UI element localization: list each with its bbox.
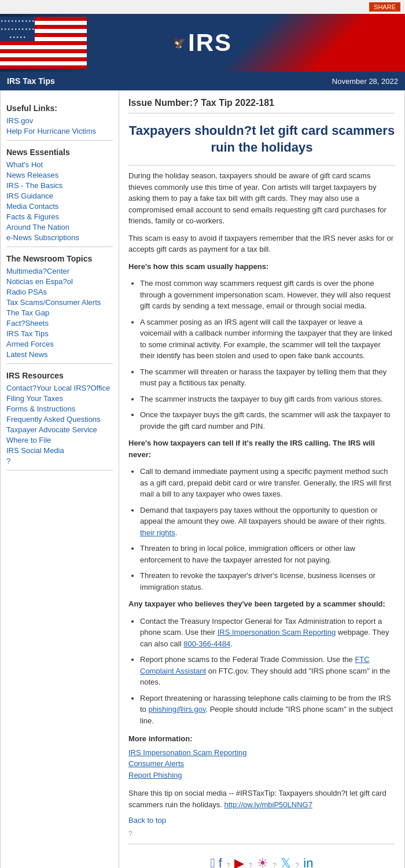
newsroom-topics-title: The Newsroom Topics (6, 254, 113, 263)
sidebar-divider-3 (6, 363, 113, 364)
content-divider-1 (128, 113, 395, 113)
sidebar-social-media[interactable]: IRS Social Media (6, 446, 113, 455)
sidebar-irs-tax-tips[interactable]: IRS Tax Tips (6, 329, 113, 338)
their-rights-link[interactable]: their rights (140, 528, 175, 537)
article-title: Taxpayers shouldn?t let gift card scamme… (128, 123, 395, 156)
never-bullets: Call to demand immediate payment using a… (140, 466, 395, 593)
flag-canton: ★★★★★ ★★★★★ ★★★★★ ★★★★★ ★★★★★ (0, 17, 35, 41)
irs-logo-text: IRS (188, 29, 232, 57)
facebook-icon[interactable]:  f (211, 856, 222, 868)
sidebar-facts-figures[interactable]: Facts & Figures (6, 212, 113, 221)
sidebar-forms[interactable]: Forms & Instructions (6, 404, 113, 413)
useful-links-title: Useful Links: (6, 104, 113, 113)
flag-decoration: ★★★★★ ★★★★★ ★★★★★ ★★★★★ ★★★★★ (0, 14, 93, 72)
sidebar-tax-scams[interactable]: Tax Scams/Consumer Alerts (6, 298, 113, 307)
sidebar-divider-4 (6, 470, 113, 470)
news-essentials-title: News Essentials (6, 148, 113, 157)
sidebar-noticias[interactable]: Noticias en Espa?ol (6, 277, 113, 286)
header: ★★★★★ ★★★★★ ★★★★★ ★★★★★ ★★★★★ 🦅 IRS (0, 14, 405, 72)
irs-resources-title: IRS Resources (6, 371, 113, 380)
more-info-label: More information: (128, 733, 395, 745)
never-bullet-2: Demand that taxpayers pay taxes without … (140, 505, 395, 539)
more-info-link-1[interactable]: IRS Impersonation Scam Reporting (128, 748, 246, 757)
social-q1: ? (226, 862, 230, 868)
title-bar-left: IRS Tax Tips (7, 76, 55, 86)
sidebar-tax-gap[interactable]: The Tax Gap (6, 308, 113, 317)
sidebar: Useful Links: IRS.gov Help For Hurricane… (1, 91, 119, 868)
sidebar-multimedia[interactable]: Multimedia?Center (6, 267, 113, 275)
scam-bullet-3: The scammer will threaten or harass the … (140, 366, 395, 389)
share-text: Share this tip on social media -- #IRSTa… (128, 788, 395, 810)
scam-bullets: The most common way scammers request gif… (140, 278, 395, 432)
social-bar:  f ? ▶ ? ☀ ? 𝕏 ? in (128, 849, 395, 868)
how-it-happens-label: Here's how this scam usually happens: (128, 261, 395, 273)
social-q4: ? (296, 862, 299, 868)
irs-logo: 🦅 IRS (173, 29, 232, 57)
sidebar-news-releases[interactable]: News Releases (6, 171, 113, 179)
action-bullet-3: Report threatening or harassing telephon… (140, 693, 395, 727)
sidebar-question-mark[interactable]: ? (6, 457, 113, 465)
content-divider-2 (128, 165, 395, 165)
share-bar: SHARE (0, 0, 405, 14)
question-mark-placeholder: ? (128, 829, 395, 839)
never-bullet-1: Call to demand immediate payment using a… (140, 466, 395, 500)
sidebar-media-contacts[interactable]: Media Contacts (6, 202, 113, 211)
title-bar: IRS Tax Tips November 28, 2022 (0, 72, 405, 90)
flag-stripes: ★★★★★ ★★★★★ ★★★★★ ★★★★★ ★★★★★ (0, 17, 87, 69)
instagram-icon[interactable]: ☀ (257, 856, 268, 868)
title-bar-date: November 28, 2022 (332, 77, 398, 86)
sidebar-radio-psas[interactable]: Radio PSAs (6, 288, 113, 296)
action-bullet-2: Report phone scams to the Federal Trade … (140, 654, 395, 688)
sidebar-latest-news[interactable]: Latest News (6, 350, 113, 359)
sidebar-armed-forces[interactable]: Armed Forces (6, 340, 113, 348)
phone-link[interactable]: 800-366-4484 (183, 639, 230, 648)
scam-bullet-1: The most common way scammers request gif… (140, 278, 395, 312)
sidebar-fact-sheets[interactable]: Fact?Sheets (6, 319, 113, 328)
share-button[interactable]: SHARE (369, 2, 400, 12)
content-divider-3 (128, 844, 395, 844)
sidebar-enews[interactable]: e-News Subscriptions (6, 233, 113, 242)
sidebar-faq[interactable]: Frequently Asked Questions (6, 415, 113, 424)
issue-number: Issue Number:? Tax Tip 2022-181 (128, 98, 395, 108)
scam-bullet-2: A scammer posing as an IRS agent will ca… (140, 317, 395, 362)
sidebar-whats-hot[interactable]: What's Hot (6, 160, 113, 169)
action-bullets: Contact the Treasury Inspector General f… (140, 616, 395, 727)
scam-bullet-5: Once the taxpayer buys the gift cards, t… (140, 409, 395, 432)
targeted-label: Any taxpayer who believes they've been t… (128, 598, 395, 610)
article-content: Issue Number:? Tax Tip 2022-181 Taxpayer… (119, 91, 404, 868)
more-info-link-2[interactable]: Consumer Alerts (128, 759, 184, 768)
sidebar-irs-guidance[interactable]: IRS Guidance (6, 192, 113, 200)
social-q2: ? (249, 862, 252, 868)
sidebar-irs-basics[interactable]: IRS - The Basics (6, 181, 113, 190)
youtube-icon[interactable]: ▶ (234, 856, 244, 868)
social-q3: ? (273, 862, 276, 868)
never-bullet-3: Threaten to bring in local police, immig… (140, 543, 395, 565)
scam-bullet-4: The scammer instructs the taxpayer to bu… (140, 393, 395, 405)
action-bullet-1: Contact the Treasury Inspector General f… (140, 616, 395, 650)
back-to-top-link[interactable]: Back to top (128, 815, 395, 826)
body-paragraph-1: During the holiday season, taxpayers sho… (128, 170, 395, 227)
article-body: During the holiday season, taxpayers sho… (128, 170, 395, 839)
sidebar-contact-local[interactable]: Contact?Your Local IRS?Office (6, 384, 113, 392)
sidebar-where-to-file[interactable]: Where to File (6, 436, 113, 444)
linkedin-icon[interactable]: in (303, 856, 313, 868)
sidebar-divider-2 (6, 247, 113, 247)
more-info-section: More information: IRS Impersonation Scam… (128, 733, 395, 781)
sidebar-link-hurricane[interactable]: Help For Hurricane Victims (6, 127, 113, 135)
sidebar-divider-1 (6, 140, 113, 141)
phishing-email-link[interactable]: phishing@irs.gov (148, 705, 205, 713)
never-bullet-4: Threaten to revoke the taxpayer's driver… (140, 570, 395, 593)
irs-emblem-icon: 🦅 (173, 36, 186, 49)
sidebar-around-nation[interactable]: Around The Nation (6, 223, 113, 231)
irs-impersonation-link-1[interactable]: IRS Impersonation Scam Reporting (218, 628, 336, 637)
sidebar-link-irs-gov[interactable]: IRS.gov (6, 116, 113, 125)
more-info-link-3[interactable]: Report Phishing (128, 771, 182, 779)
twitter-icon[interactable]: 𝕏 (281, 856, 291, 868)
body-paragraph-2: This scam is easy to avoid if taxpayers … (128, 233, 395, 255)
irs-calling-label: Here's how taxpayers can tell if it's re… (128, 437, 395, 460)
main-layout: Useful Links: IRS.gov Help For Hurricane… (0, 90, 405, 868)
share-url-link[interactable]: http://ow.ly/mbiP50LNNG7 (224, 800, 312, 809)
sidebar-taxpayer-advocate[interactable]: Taxpayer Advocate Service (6, 425, 113, 434)
sidebar-filing-taxes[interactable]: Filing Your Taxes (6, 394, 113, 403)
